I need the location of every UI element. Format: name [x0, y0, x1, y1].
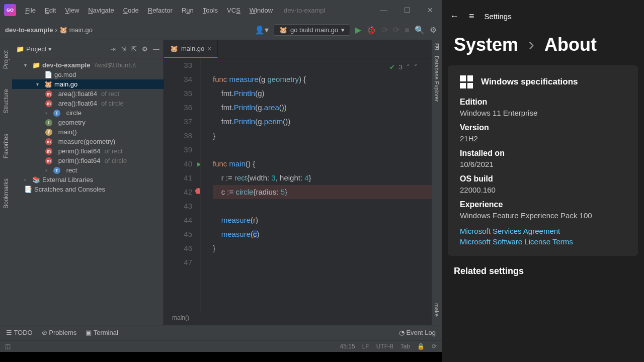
- menu-code[interactable]: Code: [119, 5, 143, 16]
- tab-label: main.go: [181, 45, 204, 52]
- code-area[interactable]: ✔ 3 ˄ ˅ func measure(g geometry) { fmt.P…: [200, 58, 432, 313]
- database-icon[interactable]: 🗄: [434, 43, 440, 51]
- card-title: Windows specifications: [481, 77, 578, 87]
- chevron-up-icon[interactable]: ˄: [407, 60, 410, 74]
- rail-make[interactable]: make: [434, 303, 440, 317]
- terminal-tab[interactable]: ▣ Terminal: [86, 329, 118, 336]
- settings-window: ← ≡ Settings System › About Windows spec…: [442, 0, 644, 362]
- status-pos[interactable]: 45:15: [340, 343, 355, 350]
- tree-gomod[interactable]: 📄go.mod: [12, 70, 164, 79]
- experience-label: Experience: [460, 200, 626, 209]
- rail-structure[interactable]: Structure: [3, 89, 10, 114]
- related-settings-heading: Related settings: [442, 256, 644, 287]
- left-tool-rail: Project Structure Favorites Bookmarks: [0, 40, 12, 325]
- settings-gear-icon[interactable]: ⚙: [430, 25, 437, 35]
- menu-file[interactable]: File: [21, 5, 40, 16]
- debug-button[interactable]: 🐞: [366, 25, 376, 35]
- profile-button[interactable]: ⟳: [393, 25, 399, 35]
- tree-item[interactable]: m measure(geometry): [12, 137, 164, 146]
- go-file-icon: 🐹: [170, 45, 178, 52]
- chevron-down-icon[interactable]: ˅: [414, 60, 418, 74]
- inspection-widget[interactable]: ✔ 3 ˄ ˅: [389, 60, 418, 74]
- expand-all-icon[interactable]: ⇲: [121, 45, 126, 53]
- project-panel-title[interactable]: 📁 Project ▾: [16, 45, 52, 53]
- close-icon[interactable]: ✕: [423, 6, 438, 14]
- hide-icon[interactable]: —: [153, 45, 159, 53]
- run-button[interactable]: ▶: [355, 25, 361, 35]
- go-file-icon: 🐹: [279, 26, 287, 34]
- go-file-icon: 🐹: [59, 26, 67, 34]
- status-enc[interactable]: UTF-8: [376, 343, 393, 350]
- editor: 🐹 main.go × 33 34 35 36 37 38 39 40▶ 41 …: [164, 40, 432, 325]
- tree-item[interactable]: m area():float64of circle: [12, 99, 164, 108]
- gear-icon[interactable]: ⚙: [142, 45, 148, 53]
- search-icon[interactable]: 🔍: [415, 25, 425, 35]
- version-value: 21H2: [460, 134, 626, 143]
- tree-item[interactable]: m perim():float64of circle: [12, 156, 164, 165]
- toolwin-icon[interactable]: ◫: [5, 343, 11, 350]
- menu-tools[interactable]: Tools: [199, 5, 222, 16]
- link-services-agreement[interactable]: Microsoft Services Agreement: [460, 227, 626, 235]
- rail-database[interactable]: Database Explorer: [434, 56, 440, 102]
- project-tree[interactable]: ▾📁dev-to-example\\wsl$\Ubuntu\ 📄go.mod ▾…: [12, 58, 164, 325]
- edition-value: Windows 11 Enterprise: [460, 109, 626, 117]
- maximize-icon[interactable]: ☐: [399, 6, 415, 14]
- back-icon[interactable]: ←: [450, 11, 459, 22]
- link-license-terms[interactable]: Microsoft Software License Terms: [460, 237, 626, 246]
- menu-navigate[interactable]: Navigate: [84, 5, 118, 16]
- problems-tab[interactable]: ⊘ Problems: [42, 329, 77, 336]
- status-indent[interactable]: Tab: [400, 343, 410, 350]
- main-menu: File Edit View Navigate Code Refactor Ru…: [21, 5, 277, 16]
- crumb-project[interactable]: dev-to-example: [5, 26, 53, 34]
- tab-close-icon[interactable]: ×: [207, 45, 211, 53]
- tree-maingo[interactable]: ▾🐹main.go: [12, 79, 164, 89]
- minimize-icon[interactable]: —: [376, 6, 391, 14]
- tree-scratches[interactable]: 📑Scratches and Consoles: [12, 185, 164, 194]
- run-config-select[interactable]: 🐹 go build main.go ▾: [274, 24, 350, 36]
- tree-item[interactable]: f main(): [12, 127, 164, 137]
- windows-spec-card: Windows specifications Edition Windows 1…: [448, 65, 638, 256]
- menu-refactor[interactable]: Refactor: [144, 5, 177, 16]
- nav-bar: dev-to-example › 🐹 main.go 👤▾ 🐹 go build…: [0, 20, 442, 40]
- experience-value: Windows Feature Experience Pack 100: [460, 211, 626, 220]
- tree-item[interactable]: m area():float64of rect: [12, 89, 164, 99]
- tree-item[interactable]: ›T rect: [12, 165, 164, 175]
- rail-bookmarks[interactable]: Bookmarks: [3, 178, 10, 209]
- chevron-right-icon: ›: [528, 34, 534, 55]
- rail-project[interactable]: Project: [3, 50, 10, 69]
- tree-item[interactable]: ›T circle: [12, 108, 164, 118]
- gutter[interactable]: 33 34 35 36 37 38 39 40▶ 41 42 43 44 45 …: [164, 58, 200, 313]
- lock-icon[interactable]: 🔒: [417, 343, 425, 350]
- user-icon[interactable]: 👤▾: [255, 25, 269, 35]
- breadcrumb[interactable]: dev-to-example › 🐹 main.go: [5, 26, 93, 34]
- edition-label: Edition: [460, 98, 626, 107]
- rail-favorites[interactable]: Favorites: [3, 134, 10, 158]
- menu-window[interactable]: Window: [246, 5, 277, 16]
- menu-edit[interactable]: Edit: [41, 5, 60, 16]
- tree-item[interactable]: m perim():float64of rect: [12, 146, 164, 156]
- editor-breadcrumb[interactable]: main(): [164, 313, 432, 325]
- todo-tab[interactable]: ☰ TODO: [6, 329, 33, 336]
- right-tool-rail: 🗄 Database Explorer make: [432, 40, 442, 325]
- collapse-all-icon[interactable]: ⇱: [131, 45, 137, 53]
- menu-vcs[interactable]: VCS: [223, 5, 245, 16]
- crumb-about: About: [544, 34, 597, 55]
- tree-external[interactable]: ›📚External Libraries: [12, 175, 164, 185]
- crumb-system[interactable]: System: [454, 34, 518, 55]
- crumb-file[interactable]: main.go: [69, 26, 93, 34]
- installed-value: 10/6/2021: [460, 160, 626, 168]
- menu-view[interactable]: View: [61, 5, 83, 16]
- tree-root[interactable]: ▾📁dev-to-example\\wsl$\Ubuntu\: [12, 60, 164, 70]
- sync-icon[interactable]: ⟳: [432, 343, 437, 350]
- settings-heading: System › About: [442, 26, 644, 65]
- menu-icon[interactable]: ≡: [469, 11, 474, 22]
- stop-button[interactable]: ■: [405, 26, 410, 35]
- coverage-button[interactable]: ⟳: [381, 25, 388, 35]
- tree-item[interactable]: I geometry: [12, 118, 164, 127]
- eventlog-tab[interactable]: ◔ Event Log: [399, 329, 436, 336]
- select-opened-icon[interactable]: ⇥: [110, 45, 116, 53]
- status-sep[interactable]: LF: [362, 343, 369, 350]
- tab-maingo[interactable]: 🐹 main.go ×: [164, 40, 218, 58]
- menu-run[interactable]: Run: [178, 5, 198, 16]
- titlebar: GO File Edit View Navigate Code Refactor…: [0, 0, 442, 20]
